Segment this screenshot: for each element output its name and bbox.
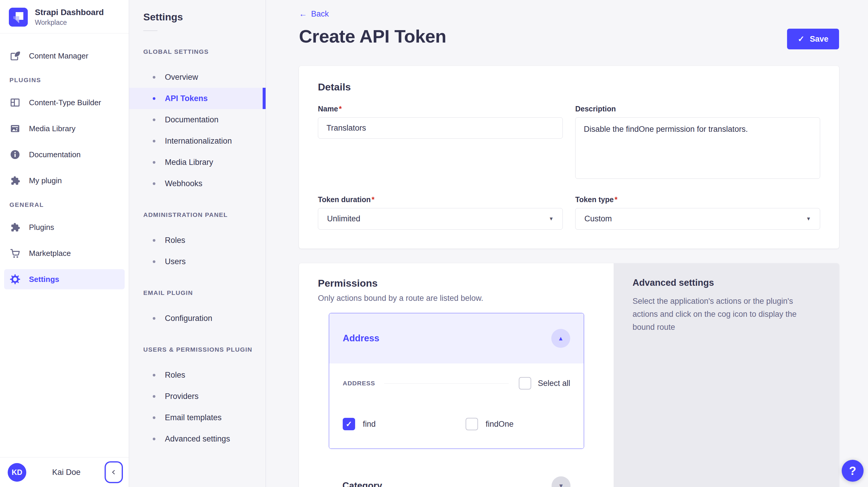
- question-mark-icon: ?: [849, 464, 856, 478]
- subnav-item-providers[interactable]: Providers: [129, 386, 266, 407]
- sidebar-item-label: Plugins: [29, 223, 54, 232]
- sidebar-item-plugins[interactable]: Plugins: [4, 217, 125, 237]
- bullet-icon: [153, 374, 155, 376]
- subnav-item-up-roles[interactable]: Roles: [129, 364, 266, 386]
- cart-icon: [9, 248, 21, 259]
- subnav-item-api-tokens[interactable]: API Tokens: [129, 88, 266, 109]
- main-content: ← Back Create API Token ✓ Save Details N…: [266, 0, 868, 487]
- subnav-item-configuration[interactable]: Configuration: [129, 308, 266, 329]
- sidebar-item-content-type-builder[interactable]: Content-Type Builder: [4, 92, 125, 113]
- required-asterisk: *: [615, 195, 617, 204]
- back-link[interactable]: ← Back: [299, 9, 329, 19]
- subnav-item-label: Roles: [165, 236, 185, 245]
- sidebar-item-marketplace[interactable]: Marketplace: [4, 243, 125, 263]
- permission-action-find: ✓ find: [343, 418, 466, 430]
- puzzle-icon: [9, 222, 21, 233]
- sidebar-item-media-library[interactable]: Media Library: [4, 119, 125, 139]
- subnav-divider: [143, 30, 157, 31]
- category-accordion-header[interactable]: Category ▼: [329, 464, 584, 487]
- address-accordion-header[interactable]: Address ▲: [329, 313, 584, 363]
- sidebar-item-label: Marketplace: [29, 249, 71, 258]
- subnav-item-advanced-settings[interactable]: Advanced settings: [129, 428, 266, 450]
- subnav-item-documentation[interactable]: Documentation: [129, 109, 266, 130]
- sidebar-item-content-manager[interactable]: Content Manager: [4, 46, 125, 66]
- subnav-section-administration-panel: ADMINISTRATION PANEL: [143, 211, 266, 218]
- address-group-label: ADDRESS: [343, 380, 375, 387]
- expand-accordion-button[interactable]: ▼: [552, 476, 570, 487]
- sidebar-user-area: KD Kai Doe: [0, 457, 129, 487]
- permissions-heading: Permissions: [318, 277, 595, 289]
- address-accordion: Address ▲ ADDRESS Select all: [329, 313, 584, 449]
- find-checkbox[interactable]: ✓: [343, 418, 355, 430]
- nav-section-plugins: PLUGINS: [9, 77, 125, 84]
- token-duration-select[interactable]: Unlimited ▼: [318, 208, 563, 230]
- subnav-item-label: Email templates: [165, 413, 222, 422]
- details-card: Details Name* Description Disable the fi…: [299, 66, 839, 248]
- help-button[interactable]: ?: [842, 460, 864, 482]
- media-library-icon: [9, 123, 21, 134]
- bullet-icon: [153, 161, 155, 164]
- address-accordion-title: Address: [343, 333, 379, 344]
- bullet-icon: [153, 97, 155, 100]
- puzzle-icon: [9, 175, 21, 186]
- sidebar-item-label: Documentation: [29, 150, 81, 159]
- subnav-item-webhooks[interactable]: Webhooks: [129, 173, 266, 194]
- subnav-item-label: Documentation: [165, 115, 219, 124]
- check-icon: ✓: [346, 420, 352, 429]
- content-type-builder-icon: [9, 97, 21, 108]
- permissions-card: Permissions Only actions bound by a rout…: [299, 263, 614, 487]
- triangle-up-icon: ▲: [558, 335, 564, 342]
- strapi-logo-icon: [9, 8, 28, 27]
- token-type-select[interactable]: Custom ▼: [575, 208, 820, 230]
- description-field-group: Description Disable the findOne permissi…: [575, 104, 820, 180]
- subnav-item-label: API Tokens: [165, 94, 208, 103]
- name-input[interactable]: [318, 117, 563, 139]
- subnav-item-email-templates[interactable]: Email templates: [129, 407, 266, 428]
- token-duration-field-group: Token duration* Unlimited ▼: [318, 195, 563, 230]
- description-textarea[interactable]: Disable the findOne permission for trans…: [575, 117, 820, 179]
- sidebar-item-documentation[interactable]: Documentation: [4, 145, 125, 164]
- subnav-section-users-permissions-plugin: USERS & PERMISSIONS PLUGIN: [143, 346, 266, 353]
- back-arrow-icon: ←: [299, 9, 307, 19]
- subnav-item-overview[interactable]: Overview: [129, 66, 266, 88]
- name-label: Name*: [318, 104, 563, 113]
- collapse-sidebar-button[interactable]: [106, 463, 121, 481]
- select-all-label: Select all: [538, 379, 570, 388]
- findone-checkbox[interactable]: [466, 418, 478, 430]
- subnav-item-label: Advanced settings: [165, 434, 230, 444]
- subnav-item-media-library[interactable]: Media Library: [129, 152, 266, 173]
- required-asterisk: *: [372, 195, 375, 204]
- name-field-group: Name*: [318, 104, 563, 139]
- subnav-item-label: Overview: [165, 73, 198, 82]
- subnav-section-email-plugin: EMAIL PLUGIN: [143, 289, 266, 296]
- subnav-item-label: Webhooks: [165, 179, 203, 188]
- collapse-accordion-button[interactable]: ▲: [551, 329, 570, 348]
- select-all-checkbox[interactable]: [519, 377, 531, 390]
- permissions-subtitle: Only actions bound by a route are listed…: [318, 294, 595, 303]
- token-type-value: Custom: [584, 214, 612, 223]
- permission-action-label: findOne: [486, 420, 514, 429]
- avatar[interactable]: KD: [8, 463, 26, 482]
- subnav-item-admin-roles[interactable]: Roles: [129, 230, 266, 251]
- subnav-title: Settings: [129, 0, 266, 23]
- user-name: Kai Doe: [26, 468, 106, 477]
- brand-title: Strapi Dashboard: [35, 8, 104, 17]
- subnav-item-label: Media Library: [165, 158, 213, 167]
- token-type-label: Token type*: [575, 195, 820, 204]
- save-button[interactable]: ✓ Save: [787, 29, 839, 49]
- gear-icon: [9, 274, 21, 285]
- main-nav-list: Content Manager PLUGINS Content-Type Bui…: [0, 33, 129, 295]
- sidebar-item-my-plugin[interactable]: My plugin: [4, 171, 125, 191]
- sidebar-item-settings[interactable]: Settings: [4, 269, 125, 289]
- bullet-icon: [153, 317, 155, 320]
- bullet-icon: [153, 416, 155, 419]
- sidebar-item-label: Content-Type Builder: [29, 98, 101, 107]
- subnav-item-label: Internationalization: [165, 136, 232, 146]
- details-heading: Details: [318, 81, 820, 93]
- workplace-home-link[interactable]: Strapi Dashboard Workplace: [0, 0, 129, 33]
- address-accordion-body: ADDRESS Select all ✓ find: [329, 363, 584, 449]
- page-title: Create API Token: [299, 26, 446, 47]
- subnav-item-internationalization[interactable]: Internationalization: [129, 130, 266, 152]
- subnav-item-admin-users[interactable]: Users: [129, 251, 266, 272]
- subnav-item-label: Roles: [165, 371, 185, 380]
